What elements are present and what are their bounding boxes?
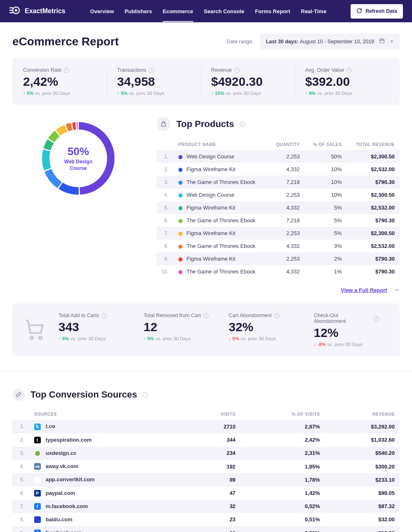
table-row[interactable]: 2. Figma Wireframe Kit 4,332 10% $2,532.… [157, 163, 400, 176]
product-name: Figma Wireframe Kit [173, 201, 268, 214]
row-rank: 1. [12, 420, 29, 433]
table-row[interactable]: 8. 🐾baidu.com 23 0,51% $32.00 [12, 513, 400, 527]
source-pct: 2,87% [241, 420, 325, 433]
nav-search-console[interactable]: Search Console [204, 1, 244, 22]
product-qty: 7,218 [268, 214, 305, 227]
cart-kpi-card: Total Add to Carts i 343 ↑ 5% vs. prev 3… [12, 304, 400, 356]
info-icon[interactable]: i [102, 313, 107, 318]
info-icon[interactable]: i [346, 68, 352, 73]
table-row[interactable]: 4. Web Design Course 2,253 10% $2,300.50 [157, 188, 400, 201]
product-name: The Game of Thrones Ebook [173, 214, 268, 227]
source-icon: t [34, 437, 41, 443]
arrow-right-icon: → [393, 286, 400, 293]
nav-publishers[interactable]: Publishers [125, 1, 152, 22]
source-pct: 0,52% [241, 500, 325, 513]
nav-ecommerce[interactable]: Ecommerce [163, 1, 193, 22]
source-revenue: $3,292.00 [325, 420, 400, 433]
kpi-card: Conversion Rate i 2,42% ↑ 5% vs. prev 30… [12, 58, 400, 105]
info-icon[interactable]: i [274, 313, 279, 318]
info-icon[interactable]: i [149, 68, 154, 73]
table-row[interactable]: 6. Ppaypal.com 47 1,42% $98.05 [12, 487, 400, 500]
donut-center-pct: 50% [68, 145, 89, 158]
kpi-value: $4920.30 [211, 75, 285, 88]
info-icon[interactable]: i [374, 316, 379, 321]
date-range-picker[interactable]: Last 30 days: August 10 - September 10, … [260, 34, 400, 49]
table-row[interactable]: 4. vkaway.vk.com 192 1,85% $300.20 [12, 460, 400, 473]
table-row[interactable]: 5. ◯app.convertkit.com 89 1,78% $233.10 [12, 473, 400, 487]
nav-real-time[interactable]: Real-Time [301, 1, 326, 22]
table-row[interactable]: 9. Figma Wireframe Kit 2,253 2% $790.30 [157, 252, 400, 265]
product-qty: 2,253 [268, 150, 305, 163]
series-dot-icon [178, 245, 183, 249]
source-visits: 47 [185, 487, 241, 500]
product-name: The Game of Thrones Ebook [173, 240, 268, 252]
product-name: The Game of Thrones Ebook [173, 265, 268, 278]
product-name: Web Design Course [173, 150, 268, 163]
table-row[interactable]: 2. ttypespiration.com 344 2,42% $1,032.6… [12, 433, 400, 447]
row-rank: 10. [157, 265, 173, 278]
source-revenue: $1,032.60 [325, 433, 400, 447]
divider [0, 371, 412, 371]
series-dot-icon [178, 219, 183, 223]
brand-logo[interactable]: ExactMetrics [9, 5, 66, 18]
table-row[interactable]: 7. fm.facebook.com 32 0,52% $87.32 [12, 500, 400, 513]
svg-rect-2 [380, 39, 384, 43]
kpi-value: 12 [144, 320, 209, 334]
table-row[interactable]: 8. The Game of Thrones Ebook 4,332 3% $2… [157, 240, 400, 252]
kpi-value: 12% [314, 326, 379, 339]
donut-center-name: Web Design Course [58, 159, 99, 172]
product-pct: 10% [305, 176, 347, 188]
table-row[interactable]: 3. The Game of Thrones Ebook 7,218 10% $… [157, 176, 400, 188]
source-visits: 234 [185, 447, 241, 460]
row-rank: 7. [12, 500, 29, 513]
table-row[interactable]: 1. Web Design Course 2,253 50% $2,300.50 [157, 150, 400, 163]
source-pct: 0,51% [241, 513, 325, 527]
row-rank: 9. [157, 252, 173, 265]
row-rank: 6. [12, 487, 29, 500]
donut-center: 50% Web Design Course [37, 117, 119, 200]
product-qty: 4,332 [268, 265, 305, 278]
table-row[interactable]: 5. Figma Wireframe Kit 4,332 5% $2,532.0… [157, 201, 400, 214]
row-rank: 8. [12, 513, 29, 527]
info-icon[interactable]: i [240, 122, 245, 127]
table-row[interactable]: 10. The Game of Thrones Ebook 4,332 1% $… [157, 265, 400, 278]
info-icon[interactable]: i [64, 68, 69, 73]
product-qty: 4,332 [268, 240, 305, 252]
table-row[interactable]: 1. 𝕏t.co 2710 2,87% $3,292.00 [12, 420, 400, 433]
table-row[interactable]: 9. ffacebook.com 10 0,20% $12.00 [12, 526, 400, 532]
row-rank: 5. [12, 473, 29, 487]
kpi: Avg. Order Value i $392.00 ↑ 8% vs. prev… [295, 67, 389, 96]
table-row[interactable]: 7. Figma Wireframe Kit 2,253 5% $2,300.5… [157, 227, 400, 240]
view-full-report-link[interactable]: View a Full Report [341, 287, 387, 293]
view-full-report: View a Full Report → [157, 286, 400, 294]
row-rank: 4. [157, 188, 173, 201]
kpi-label: Total Removed from Cart i [144, 313, 209, 318]
info-icon[interactable]: i [143, 392, 148, 398]
nav-forms-report[interactable]: Forms Report [255, 1, 290, 22]
product-revenue: $790.30 [347, 265, 400, 278]
row-rank: 3. [157, 176, 173, 188]
product-revenue: $2,532.00 [347, 201, 400, 214]
top-products-title: Top Products i [157, 117, 400, 131]
kpi-delta: ↑ 5% vs. prev 30 Days [59, 336, 124, 341]
series-dot-icon [178, 232, 183, 236]
table-row[interactable]: 6. The Game of Thrones Ebook 7,218 5% $7… [157, 214, 400, 227]
series-dot-icon [178, 270, 183, 274]
source-visits: 2710 [185, 420, 241, 433]
source-name: ffacebook.com [29, 526, 185, 532]
source-revenue: $32.00 [325, 513, 400, 527]
info-icon[interactable]: i [203, 313, 208, 318]
nav-overview[interactable]: Overview [90, 1, 114, 22]
kpi: Revenue i $4920.30 ↑ 15% vs. prev 30 Day… [201, 67, 295, 96]
bag-icon [157, 117, 171, 131]
kpi: Total Removed from Cart i 12 ↑ 5% vs. pr… [134, 313, 219, 347]
product-pct: 10% [305, 163, 347, 176]
sources-table: SOURCESVISITS% OF VISITSREVENUE 1. 𝕏t.co… [12, 408, 400, 532]
info-icon[interactable]: i [234, 68, 240, 73]
refresh-button[interactable]: Refresh Data [351, 4, 403, 19]
top-products-donut: 50% Web Design Course [12, 105, 144, 200]
top-products-table: Top Products i PRODUCT NAMEQUANTITY% OF … [157, 105, 400, 294]
source-icon: 🟢 [34, 450, 41, 457]
source-pct: 1,85% [241, 460, 325, 473]
table-row[interactable]: 3. 🟢uxdesign.cc 234 2,31% $540.20 [12, 447, 400, 460]
